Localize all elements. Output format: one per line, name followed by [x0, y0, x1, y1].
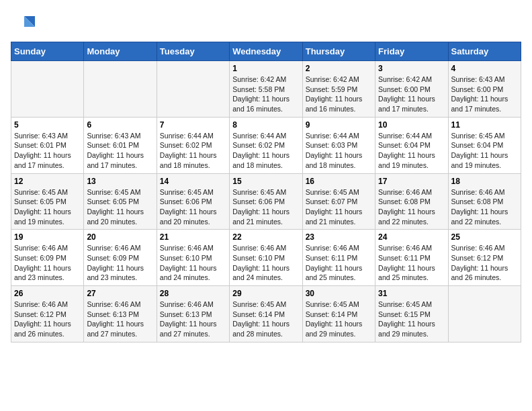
- day-info: Sunrise: 6:42 AM Sunset: 6:00 PM Dayligh…: [378, 75, 445, 114]
- day-number: 8: [232, 120, 299, 130]
- calendar-week-row: 5Sunrise: 6:43 AM Sunset: 6:01 PM Daylig…: [11, 117, 521, 173]
- day-info: Sunrise: 6:45 AM Sunset: 6:05 PM Dayligh…: [14, 187, 81, 227]
- calendar-cell: 9Sunrise: 6:44 AM Sunset: 6:03 PM Daylig…: [302, 117, 375, 173]
- day-info: Sunrise: 6:45 AM Sunset: 6:06 PM Dayligh…: [160, 187, 226, 227]
- day-info: Sunrise: 6:44 AM Sunset: 6:04 PM Dayligh…: [378, 131, 445, 171]
- calendar-cell: 30Sunrise: 6:45 AM Sunset: 6:14 PM Dayli…: [302, 286, 375, 342]
- calendar-cell: 25Sunrise: 6:46 AM Sunset: 6:12 PM Dayli…: [448, 230, 521, 286]
- day-number: 14: [160, 177, 226, 186]
- calendar-week-row: 19Sunrise: 6:46 AM Sunset: 6:09 PM Dayli…: [11, 230, 521, 286]
- calendar-cell: 26Sunrise: 6:46 AM Sunset: 6:12 PM Dayli…: [11, 286, 84, 342]
- calendar-cell: 24Sunrise: 6:46 AM Sunset: 6:11 PM Dayli…: [375, 230, 448, 286]
- day-number: 23: [306, 232, 372, 242]
- day-number: 21: [160, 232, 226, 242]
- day-info: Sunrise: 6:45 AM Sunset: 6:15 PM Dayligh…: [378, 300, 445, 339]
- day-number: 10: [378, 120, 445, 130]
- day-info: Sunrise: 6:43 AM Sunset: 6:00 PM Dayligh…: [451, 75, 518, 114]
- day-number: 19: [14, 232, 81, 242]
- day-info: Sunrise: 6:46 AM Sunset: 6:08 PM Dayligh…: [451, 187, 518, 227]
- day-info: Sunrise: 6:43 AM Sunset: 6:01 PM Dayligh…: [14, 131, 81, 171]
- day-info: Sunrise: 6:44 AM Sunset: 6:03 PM Dayligh…: [306, 131, 372, 171]
- day-number: 30: [306, 289, 372, 298]
- calendar-cell: [157, 61, 229, 118]
- calendar-table: SundayMondayTuesdayWednesdayThursdayFrid…: [11, 42, 521, 342]
- calendar-cell: 10Sunrise: 6:44 AM Sunset: 6:04 PM Dayli…: [375, 117, 448, 173]
- day-info: Sunrise: 6:45 AM Sunset: 6:05 PM Dayligh…: [87, 187, 153, 227]
- day-info: Sunrise: 6:46 AM Sunset: 6:13 PM Dayligh…: [87, 300, 153, 339]
- day-info: Sunrise: 6:46 AM Sunset: 6:12 PM Dayligh…: [14, 300, 81, 339]
- calendar-week-row: 1Sunrise: 6:42 AM Sunset: 5:58 PM Daylig…: [11, 61, 521, 118]
- weekday-header-row: SundayMondayTuesdayWednesdayThursdayFrid…: [11, 42, 521, 61]
- calendar-cell: 3Sunrise: 6:42 AM Sunset: 6:00 PM Daylig…: [375, 61, 448, 118]
- day-info: Sunrise: 6:42 AM Sunset: 5:58 PM Dayligh…: [232, 75, 299, 114]
- weekday-header-wednesday: Wednesday: [230, 42, 302, 61]
- calendar-cell: [84, 61, 157, 118]
- day-number: 15: [232, 177, 299, 186]
- logo: [11, 11, 38, 35]
- day-info: Sunrise: 6:44 AM Sunset: 6:02 PM Dayligh…: [160, 131, 226, 171]
- day-number: 22: [232, 232, 299, 242]
- day-number: 5: [14, 120, 81, 130]
- calendar-cell: 28Sunrise: 6:46 AM Sunset: 6:13 PM Dayli…: [157, 286, 229, 342]
- day-number: 13: [87, 177, 153, 186]
- day-info: Sunrise: 6:46 AM Sunset: 6:11 PM Dayligh…: [306, 243, 372, 283]
- day-info: Sunrise: 6:45 AM Sunset: 6:06 PM Dayligh…: [232, 187, 299, 227]
- day-info: Sunrise: 6:45 AM Sunset: 6:07 PM Dayligh…: [306, 187, 372, 227]
- calendar-cell: [448, 286, 521, 342]
- day-info: Sunrise: 6:46 AM Sunset: 6:08 PM Dayligh…: [378, 187, 445, 227]
- weekday-header-friday: Friday: [375, 42, 448, 61]
- calendar-cell: 7Sunrise: 6:44 AM Sunset: 6:02 PM Daylig…: [157, 117, 229, 173]
- day-number: 26: [14, 289, 81, 298]
- day-info: Sunrise: 6:43 AM Sunset: 6:01 PM Dayligh…: [87, 131, 153, 171]
- calendar-cell: 27Sunrise: 6:46 AM Sunset: 6:13 PM Dayli…: [84, 286, 157, 342]
- calendar-cell: 6Sunrise: 6:43 AM Sunset: 6:01 PM Daylig…: [84, 117, 157, 173]
- day-number: 16: [306, 177, 372, 186]
- day-number: 4: [451, 64, 518, 73]
- day-number: 24: [378, 232, 445, 242]
- calendar-cell: 11Sunrise: 6:45 AM Sunset: 6:04 PM Dayli…: [448, 117, 521, 173]
- day-info: Sunrise: 6:46 AM Sunset: 6:12 PM Dayligh…: [451, 243, 518, 283]
- day-info: Sunrise: 6:45 AM Sunset: 6:04 PM Dayligh…: [451, 131, 518, 171]
- day-info: Sunrise: 6:46 AM Sunset: 6:13 PM Dayligh…: [160, 300, 226, 339]
- day-number: 18: [451, 177, 518, 186]
- day-number: 9: [306, 120, 372, 130]
- calendar-cell: 5Sunrise: 6:43 AM Sunset: 6:01 PM Daylig…: [11, 117, 84, 173]
- day-info: Sunrise: 6:44 AM Sunset: 6:02 PM Dayligh…: [232, 131, 299, 171]
- calendar-cell: 22Sunrise: 6:46 AM Sunset: 6:10 PM Dayli…: [230, 230, 302, 286]
- day-number: 3: [378, 64, 445, 73]
- calendar-week-row: 12Sunrise: 6:45 AM Sunset: 6:05 PM Dayli…: [11, 173, 521, 230]
- calendar-cell: 14Sunrise: 6:45 AM Sunset: 6:06 PM Dayli…: [157, 173, 229, 230]
- calendar-cell: 16Sunrise: 6:45 AM Sunset: 6:07 PM Dayli…: [302, 173, 375, 230]
- weekday-header-tuesday: Tuesday: [157, 42, 229, 61]
- day-number: 25: [451, 232, 518, 242]
- day-info: Sunrise: 6:46 AM Sunset: 6:10 PM Dayligh…: [232, 243, 299, 283]
- calendar-cell: 15Sunrise: 6:45 AM Sunset: 6:06 PM Dayli…: [230, 173, 302, 230]
- calendar-cell: 23Sunrise: 6:46 AM Sunset: 6:11 PM Dayli…: [302, 230, 375, 286]
- day-number: 1: [232, 64, 299, 73]
- day-info: Sunrise: 6:46 AM Sunset: 6:11 PM Dayligh…: [378, 243, 445, 283]
- day-number: 17: [378, 177, 445, 186]
- day-number: 27: [87, 289, 153, 298]
- day-info: Sunrise: 6:45 AM Sunset: 6:14 PM Dayligh…: [232, 300, 299, 339]
- calendar-week-row: 26Sunrise: 6:46 AM Sunset: 6:12 PM Dayli…: [11, 286, 521, 342]
- calendar-cell: 19Sunrise: 6:46 AM Sunset: 6:09 PM Dayli…: [11, 230, 84, 286]
- day-number: 2: [306, 64, 372, 73]
- calendar-cell: 17Sunrise: 6:46 AM Sunset: 6:08 PM Dayli…: [375, 173, 448, 230]
- day-number: 28: [160, 289, 226, 298]
- calendar-cell: 2Sunrise: 6:42 AM Sunset: 5:59 PM Daylig…: [302, 61, 375, 118]
- calendar-cell: 18Sunrise: 6:46 AM Sunset: 6:08 PM Dayli…: [448, 173, 521, 230]
- day-number: 6: [87, 120, 153, 130]
- calendar-cell: 31Sunrise: 6:45 AM Sunset: 6:15 PM Dayli…: [375, 286, 448, 342]
- calendar-cell: 21Sunrise: 6:46 AM Sunset: 6:10 PM Dayli…: [157, 230, 229, 286]
- page-header: [11, 11, 521, 35]
- calendar-cell: 12Sunrise: 6:45 AM Sunset: 6:05 PM Dayli…: [11, 173, 84, 230]
- day-number: 31: [378, 289, 445, 298]
- day-info: Sunrise: 6:46 AM Sunset: 6:09 PM Dayligh…: [14, 243, 81, 283]
- calendar-cell: [11, 61, 84, 118]
- weekday-header-monday: Monday: [84, 42, 157, 61]
- weekday-header-saturday: Saturday: [448, 42, 521, 61]
- calendar-cell: 13Sunrise: 6:45 AM Sunset: 6:05 PM Dayli…: [84, 173, 157, 230]
- calendar-cell: 8Sunrise: 6:44 AM Sunset: 6:02 PM Daylig…: [230, 117, 302, 173]
- day-number: 12: [14, 177, 81, 186]
- day-info: Sunrise: 6:46 AM Sunset: 6:09 PM Dayligh…: [87, 243, 153, 283]
